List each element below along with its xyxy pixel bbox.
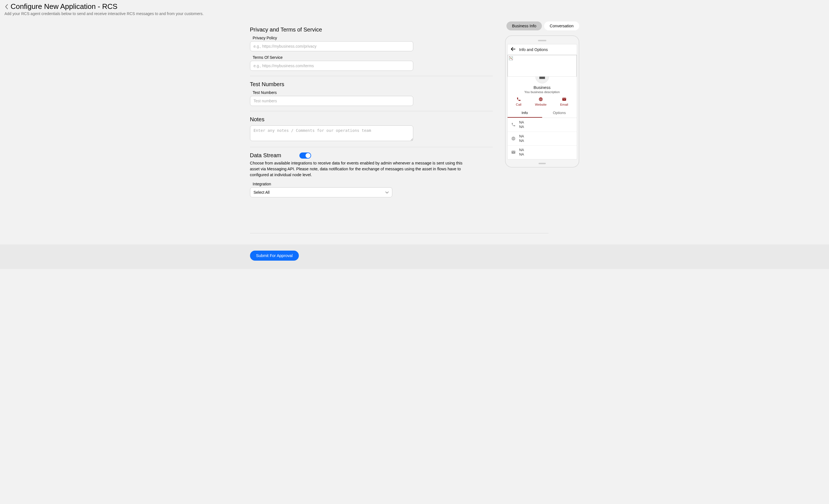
info-email-line2: NA bbox=[519, 152, 524, 157]
email-icon bbox=[511, 150, 516, 154]
phone-back-arrow-icon[interactable] bbox=[511, 47, 515, 52]
sub-tab-options[interactable]: Options bbox=[542, 109, 577, 118]
info-row-email: NA NA bbox=[508, 146, 577, 159]
phone-icon bbox=[516, 97, 521, 102]
label-privacy-policy: Privacy Policy bbox=[250, 36, 493, 40]
data-stream-toggle[interactable] bbox=[299, 153, 311, 159]
notes-textarea[interactable] bbox=[250, 125, 413, 141]
submit-for-approval-button[interactable]: Submit For Approval bbox=[250, 250, 299, 261]
action-email-label: Email bbox=[560, 103, 568, 106]
action-call[interactable]: Call bbox=[516, 97, 521, 106]
email-icon bbox=[562, 97, 567, 102]
phone-home-bar bbox=[539, 163, 546, 164]
business-name: Business bbox=[508, 85, 577, 90]
info-web-line1: NA bbox=[519, 134, 524, 139]
test-numbers-input[interactable] bbox=[250, 96, 413, 106]
page-subtitle: Add your RCS agent credentials below to … bbox=[4, 11, 825, 16]
action-email[interactable]: Email bbox=[560, 97, 568, 106]
label-terms: Terms Of Service bbox=[250, 55, 493, 60]
info-email-line1: NA bbox=[519, 148, 524, 152]
phone-speaker bbox=[538, 40, 546, 41]
phone-preview: Info and Options Business bbox=[505, 35, 579, 167]
section-title-notes: Notes bbox=[250, 116, 493, 123]
action-call-label: Call bbox=[516, 103, 521, 106]
phone-header-title: Info and Options bbox=[519, 47, 548, 52]
info-phone-line2: NA bbox=[519, 125, 524, 129]
section-title-test-numbers: Test Numbers bbox=[250, 81, 493, 87]
tab-conversation[interactable]: Conversation bbox=[544, 22, 579, 30]
label-test-numbers: Test Numbers bbox=[250, 90, 493, 95]
info-row-phone: NA NA bbox=[508, 118, 577, 132]
integration-select[interactable]: Select All bbox=[250, 187, 392, 197]
data-stream-description: Choose from available integrations to re… bbox=[250, 160, 468, 178]
tab-business-info[interactable]: Business Info bbox=[506, 22, 542, 30]
phone-icon bbox=[511, 122, 516, 127]
action-website-label: Website bbox=[535, 103, 546, 106]
info-row-web: NA NA bbox=[508, 132, 577, 146]
info-web-line2: NA bbox=[519, 139, 524, 143]
terms-input[interactable] bbox=[250, 61, 413, 71]
sub-tab-info[interactable]: Info bbox=[508, 109, 542, 118]
integration-select-value: Select All bbox=[254, 190, 270, 195]
info-phone-line1: NA bbox=[519, 120, 524, 125]
globe-icon bbox=[511, 136, 516, 141]
page-title: Configure New Application - RCS bbox=[11, 2, 117, 11]
section-title-data-stream: Data Stream bbox=[250, 152, 281, 159]
business-description: You business description bbox=[508, 90, 577, 94]
action-website[interactable]: Website bbox=[535, 97, 546, 106]
privacy-policy-input[interactable] bbox=[250, 41, 413, 51]
globe-icon bbox=[539, 97, 543, 102]
label-integration: Integration bbox=[250, 182, 493, 186]
section-title-privacy: Privacy and Terms of Service bbox=[250, 27, 493, 33]
broken-image-icon bbox=[509, 56, 513, 60]
chevron-down-icon bbox=[385, 190, 389, 195]
back-chevron-icon[interactable] bbox=[4, 3, 9, 10]
